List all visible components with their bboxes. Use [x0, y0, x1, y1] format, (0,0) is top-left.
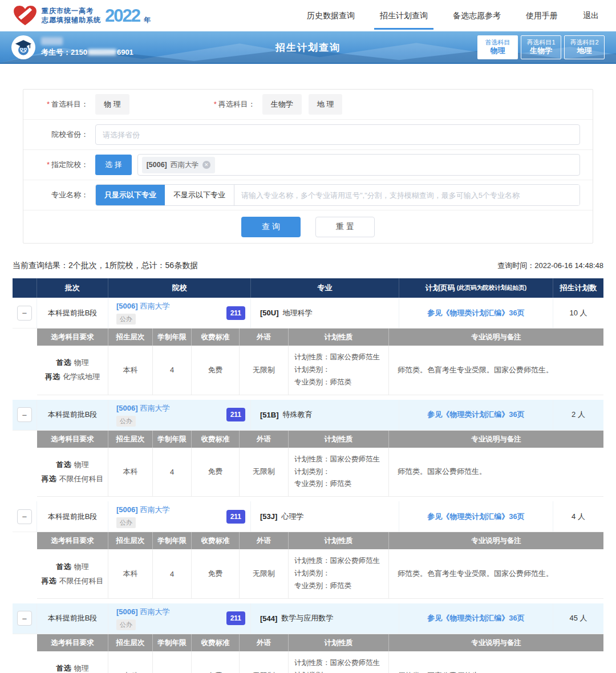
page-banner: 考生号： 2150 6901 招生计划查询 首选科目 物理 再选科目1 生物学 …: [0, 31, 616, 64]
form-row-college: 指定院校： 选 择 [5006]西南大学 ✕: [23, 150, 593, 180]
result-group-2: − 本科提前批B段 [5006]西南大学 公办 211 [51B]特殊教育 参见…: [13, 400, 603, 497]
table-row: − 本科提前批B段 [5006]西南大学 公办 211 [51B]特殊教育 参见…: [13, 400, 603, 431]
first-subject-chip[interactable]: 物 理: [95, 94, 129, 115]
plan-page-link[interactable]: 参见《物理类计划汇编》36页: [427, 410, 524, 420]
badge-211: 211: [226, 306, 245, 320]
results-section: 当前查询结果：2个批次，1所院校，总计：56条数据 查询时间：2022-06-1…: [13, 261, 603, 673]
major-cell: [53J]心理学: [251, 501, 399, 532]
result-group-1: − 本科提前批B段 [5006]西南大学 公办 211 [50U]地理科学 参见…: [13, 298, 603, 395]
plan-nature-cell: 计划性质：国家公费师范生 计划类别： 专业类别：师范类: [289, 651, 389, 673]
language-cell: 无限制: [240, 448, 289, 497]
years-cell: 4: [153, 651, 192, 673]
nav-item-history-data[interactable]: 历史数据查询: [306, 9, 356, 23]
plan-nature-cell: 计划性质：国家公费师范生 计划类别： 专业类别：师范类: [289, 448, 389, 497]
subject-requirement-cell: 首选物理 再选不限任何科目: [37, 448, 108, 497]
college-link[interactable]: [5006]西南大学: [116, 301, 170, 311]
major-name-input[interactable]: [234, 185, 579, 205]
major-control: 只显示以下专业 不显示以下专业: [95, 184, 580, 206]
college-link[interactable]: [5006]西南大学: [116, 403, 170, 413]
college-label: 指定院校：: [36, 160, 88, 170]
language-cell: 无限制: [240, 549, 289, 598]
badge-re-subject-2: 再选科目2 地理: [564, 35, 605, 59]
brand: 重庆市统一高考 志愿填报辅助系统 2022 年: [13, 5, 151, 27]
brand-text: 重庆市统一高考 志愿填报辅助系统: [42, 7, 101, 25]
major-cell: [51B]特殊教育: [251, 400, 399, 430]
nav-item-enrollment-plan[interactable]: 招生计划查询: [379, 9, 429, 23]
remark-cell: 师范类。色盲考生专业受限。国家公费师范生。: [389, 346, 603, 395]
major-cell: [50U]地理科学: [251, 298, 399, 328]
query-time: 查询时间：2022-06-16 14:48:48: [497, 261, 603, 271]
brand-year: 2022: [105, 7, 140, 25]
detail-table: 选考科目要求 招生层次 学制年限 收费标准 外语 计划性质 专业说明与备注 首选…: [37, 329, 603, 395]
heart-logo-icon: [13, 5, 38, 27]
nav-item-alternative-volunteer[interactable]: 备选志愿参考: [452, 9, 502, 23]
results-summary: 当前查询结果：2个批次，1所院校，总计：56条数据: [13, 261, 198, 271]
col-plan-page-note: (此页码为院校计划起始页): [457, 284, 527, 292]
detail-header: 选考科目要求 招生层次 学制年限 收费标准 外语 计划性质 专业说明与备注: [37, 431, 603, 448]
language-cell: 无限制: [240, 651, 289, 673]
form-actions: 查 询 重 置: [23, 210, 593, 243]
batch-cell: 本科提前批B段: [37, 298, 108, 328]
nav-item-logout[interactable]: 退出: [582, 9, 600, 23]
result-group-3: − 本科提前批B段 [5006]西南大学 公办 211 [53J]心理学 参见《…: [13, 501, 603, 599]
batch-cell: 本科提前批B段: [37, 501, 108, 532]
college-tag-code: [5006]: [147, 161, 167, 169]
plan-page-link[interactable]: 参见《物理类计划汇编》36页: [427, 512, 524, 522]
major-toggle-show-only[interactable]: 只显示以下专业: [96, 185, 165, 205]
result-group-4: − 本科提前批B段 [5006]西南大学 公办 211 [544]数学与应用数学…: [13, 603, 603, 673]
plan-page-link[interactable]: 参见《物理类计划汇编》36页: [427, 308, 524, 318]
brand-line1: 重庆市统一高考: [42, 7, 101, 16]
collapse-button[interactable]: −: [17, 306, 32, 321]
col-plan-page: 计划页码 (此页码为院校计划起始页): [399, 278, 553, 298]
detail-header: 选考科目要求 招生层次 学制年限 收费标准 外语 计划性质 专业说明与备注: [37, 634, 603, 651]
subject-requirement-cell: 首选物理 再选不限任何科目: [37, 549, 108, 598]
province-input[interactable]: [95, 124, 580, 145]
badge-re-subject-1-label: 再选科目1: [526, 38, 555, 46]
plan-count-cell: 45 人: [553, 603, 603, 634]
remark-cell: 师范类。国家公费师范生。: [389, 448, 603, 497]
major-toggle-hide[interactable]: 不显示以下专业: [165, 185, 234, 205]
re-subject-chip-biology[interactable]: 生物学: [262, 94, 302, 115]
college-link[interactable]: [5006]西南大学: [116, 607, 170, 617]
subject-badges: 首选科目 物理 再选科目1 生物学 再选科目2 地理: [477, 35, 605, 59]
detail-header: 选考科目要求 招生层次 学制年限 收费标准 外语 计划性质 专业说明与备注: [37, 329, 603, 346]
query-form: 首选科目： 物 理 再选科目： 生物学 地 理 院校省份： 指定院校： 选 择 …: [23, 89, 593, 244]
remove-tag-icon[interactable]: ✕: [202, 161, 210, 169]
badge-re-subject-1-value: 生物学: [530, 46, 552, 56]
badge-re-subject-2-label: 再选科目2: [570, 38, 598, 46]
college-cell: [5006]西南大学 公办 211: [108, 501, 251, 532]
major-cell: [544]数学与应用数学: [251, 603, 399, 634]
first-subject-label: 首选科目：: [36, 99, 88, 110]
remark-cell: 师范类。色盲考生专业受限。国家公费师范生。: [389, 549, 603, 598]
college-link[interactable]: [5006]西南大学: [116, 505, 170, 515]
badge-re-subject-1: 再选科目1 生物学: [521, 35, 561, 59]
re-subject-chip-geography[interactable]: 地 理: [309, 94, 343, 115]
col-collapse: [13, 278, 37, 298]
language-cell: 无限制: [240, 346, 289, 395]
college-type-tag: 公办: [116, 416, 136, 427]
detail-row: 首选物理 再选不限任何科目 本科 4 免费 无限制 计划性质：国家公费师范生 计…: [37, 549, 603, 599]
col-college: 院校: [108, 278, 251, 298]
collapse-button[interactable]: −: [17, 509, 32, 524]
main-nav: 历史数据查询 招生计划查询 备选志愿参考 使用手册 退出: [306, 9, 600, 23]
brand-year-suffix: 年: [144, 15, 151, 25]
badge-re-subject-2-value: 地理: [577, 46, 592, 56]
form-row-subjects: 首选科目： 物 理 再选科目： 生物学 地 理: [23, 90, 593, 120]
table-row: − 本科提前批B段 [5006]西南大学 公办 211 [50U]地理科学 参见…: [13, 298, 603, 329]
level-cell: 本科: [108, 346, 153, 395]
detail-header: 选考科目要求 招生层次 学制年限 收费标准 外语 计划性质 专业说明与备注: [37, 532, 603, 549]
plan-page-link[interactable]: 参见《物理类计划汇编》36页: [427, 613, 524, 623]
badge-first-subject: 首选科目 物理: [477, 35, 518, 59]
plan-count-cell: 2 人: [553, 400, 603, 430]
college-select-button[interactable]: 选 择: [95, 155, 132, 175]
collapse-button[interactable]: −: [17, 611, 32, 626]
college-tag-box[interactable]: [5006]西南大学 ✕: [137, 154, 580, 176]
col-major: 专业: [251, 278, 399, 298]
form-row-major: 专业名称： 只显示以下专业 不显示以下专业: [23, 180, 593, 210]
college-tag: [5006]西南大学 ✕: [142, 157, 215, 173]
subject-requirement-cell: 首选物理 再选化学或地理: [37, 346, 108, 395]
reset-button[interactable]: 重 置: [315, 217, 375, 237]
query-button[interactable]: 查 询: [241, 217, 301, 237]
collapse-button[interactable]: −: [17, 407, 32, 422]
nav-item-manual[interactable]: 使用手册: [525, 9, 559, 23]
